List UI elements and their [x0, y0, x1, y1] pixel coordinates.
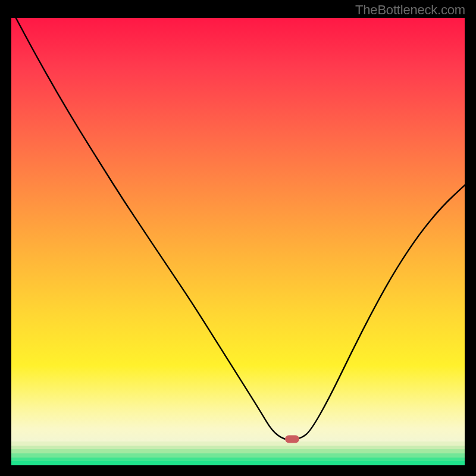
chart-frame: TheBottleneck.com — [0, 0, 476, 476]
watermark-text: TheBottleneck.com — [355, 2, 465, 18]
bottleneck-curve — [16, 18, 465, 439]
optimal-marker — [285, 436, 299, 443]
plot-area — [11, 18, 465, 465]
curve-svg — [11, 18, 465, 465]
